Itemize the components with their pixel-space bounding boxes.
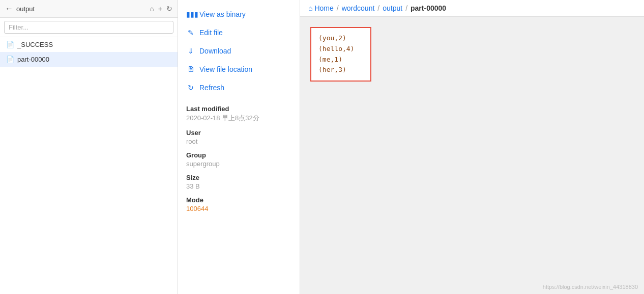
last-modified-label: Last modified [186, 105, 291, 113]
edit-file-action[interactable]: ✎ Edit file [178, 23, 300, 42]
list-item[interactable]: 📄 _SUCCESS [0, 37, 178, 52]
file-line-2: (hello,4) [318, 44, 363, 55]
breadcrumb-home-label: Home [314, 4, 333, 12]
back-icon[interactable]: ← [5, 4, 13, 13]
file-view: ⌂ Home / wordcount / output / part-00000… [300, 0, 644, 294]
file-content-box: (you,2) (hello,4) (me,1) (her,3) [310, 27, 371, 82]
view-binary-action[interactable]: ▮▮▮ View as binary [178, 5, 300, 23]
breadcrumb-wordcount[interactable]: wordcount [342, 4, 375, 12]
split-layout: ▮▮▮ View as binary ✎ Edit file ⇓ Downloa… [178, 0, 644, 294]
download-action[interactable]: ⇓ Download [178, 42, 300, 60]
edit-file-label: Edit file [199, 29, 223, 37]
home-icon: ⌂ [308, 4, 312, 12]
refresh-action[interactable]: ↻ Refresh [178, 78, 300, 97]
filter-wrap [0, 18, 178, 37]
user-label: User [186, 129, 291, 137]
refresh-nav-icon[interactable]: ↻ [166, 5, 172, 13]
list-item[interactable]: 📄 part-00000 [0, 52, 178, 67]
breadcrumb-sep-3: / [405, 4, 407, 12]
file-name: _SUCCESS [17, 41, 53, 48]
home-nav-icon[interactable]: ⌂ [150, 5, 154, 13]
sidebar-folder-name: output [16, 5, 147, 13]
filter-input[interactable] [4, 21, 173, 34]
breadcrumb-sep-2: / [377, 4, 379, 12]
sidebar-header: ← output ⌂ + ↻ [0, 0, 178, 18]
group-value: supergroup [186, 160, 291, 168]
metadata-section: Last modified 2020-02-18 早上8点32分 User ro… [178, 97, 300, 212]
mode-label: Mode [186, 196, 291, 204]
file-line-4: (her,3) [318, 65, 363, 75]
file-icon: 📄 [6, 41, 14, 48]
size-label: Size [186, 174, 291, 181]
file-line-1: (you,2) [318, 33, 363, 44]
download-icon: ⇓ [186, 47, 195, 55]
view-location-label: View file location [199, 65, 252, 73]
size-value: 33 B [186, 182, 291, 190]
mode-value: 100644 [186, 205, 291, 212]
pencil-icon: ✎ [186, 29, 195, 37]
barcode-icon: ▮▮▮ [186, 10, 195, 18]
file-line-3: (me,1) [318, 55, 363, 65]
refresh-icon: ↻ [186, 84, 195, 92]
actions-panel: ▮▮▮ View as binary ✎ Edit file ⇓ Downloa… [178, 0, 300, 294]
add-icon[interactable]: + [158, 5, 162, 13]
breadcrumb-sep-1: / [337, 4, 339, 12]
breadcrumb-output[interactable]: output [383, 4, 402, 12]
download-label: Download [199, 47, 231, 55]
breadcrumb-current: part-00000 [411, 4, 446, 12]
sidebar: ← output ⌂ + ↻ 📄 _SUCCESS 📄 part-00000 [0, 0, 178, 294]
file-icon: 📄 [6, 56, 14, 63]
watermark: https://blog.csdn.net/weixin_44318830 [543, 284, 638, 290]
last-modified-value: 2020-02-18 早上8点32分 [186, 114, 291, 123]
breadcrumb: ⌂ Home / wordcount / output / part-00000 [300, 0, 644, 17]
sidebar-header-icons: ⌂ + ↻ [150, 5, 172, 13]
view-location-action[interactable]: 🖹 View file location [178, 60, 300, 78]
file-location-icon: 🖹 [186, 65, 195, 73]
file-content-area: (you,2) (hello,4) (me,1) (her,3) https:/… [300, 17, 644, 294]
view-binary-label: View as binary [199, 10, 246, 18]
user-value: root [186, 138, 291, 145]
breadcrumb-home[interactable]: ⌂ Home [308, 4, 334, 12]
file-name: part-00000 [17, 56, 49, 63]
refresh-label: Refresh [199, 84, 224, 92]
file-list: 📄 _SUCCESS 📄 part-00000 [0, 37, 178, 294]
group-label: Group [186, 151, 291, 159]
